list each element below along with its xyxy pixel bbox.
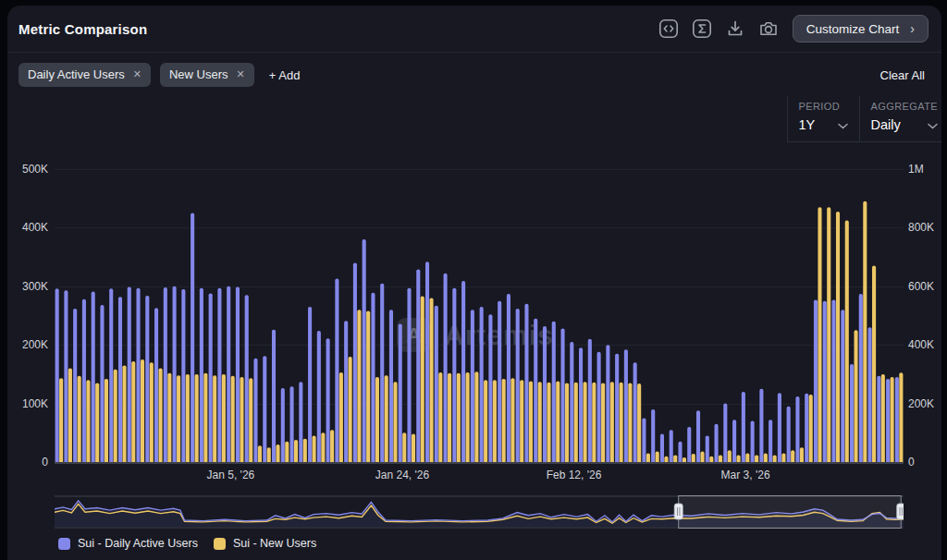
bar-daily-active-users (606, 345, 609, 462)
bar-new-users (68, 369, 72, 462)
bar-daily-active-users (769, 420, 772, 462)
bar-new-users (510, 378, 514, 462)
bar-daily-active-users (191, 213, 194, 462)
bar-new-users (891, 377, 894, 462)
navigator-handle-right[interactable] (897, 504, 904, 519)
bar-new-users (186, 374, 190, 462)
bar-new-users (177, 375, 180, 462)
bars-plot[interactable] (55, 169, 904, 463)
bar-daily-active-users (407, 288, 411, 462)
bar-new-users (529, 382, 533, 462)
bar-daily-active-users (560, 328, 564, 462)
bar-new-users (700, 452, 704, 462)
period-label: PERIOD (799, 101, 848, 112)
bar-new-users (203, 373, 207, 462)
bar-new-users (601, 383, 605, 462)
add-metric-button[interactable]: + Add (269, 68, 301, 82)
bar-daily-active-users (723, 404, 727, 462)
bar-new-users (773, 455, 777, 462)
screenshot-button[interactable] (757, 18, 780, 40)
bar-new-users (385, 375, 388, 462)
bar-daily-active-users (480, 307, 484, 462)
bar-new-users (556, 382, 560, 462)
bar-daily-active-users (136, 288, 140, 462)
bar-daily-active-users (787, 407, 791, 462)
bar-daily-active-users (399, 323, 402, 462)
bar-new-users (213, 375, 216, 462)
bar-new-users (258, 445, 262, 462)
bar-daily-active-users (154, 308, 158, 462)
download-button[interactable] (724, 18, 746, 40)
remove-chip-icon[interactable]: ✕ (237, 68, 245, 80)
bar-new-users (114, 370, 117, 462)
bar-daily-active-users (615, 354, 619, 462)
bar-new-users (791, 450, 794, 462)
bar-new-users (854, 330, 857, 462)
bar-new-users (745, 453, 749, 462)
customize-chart-button[interactable]: Customize Chart › (793, 15, 929, 43)
bar-new-users (800, 447, 804, 462)
bar-daily-active-users (660, 434, 664, 462)
bar-daily-active-users (742, 392, 745, 462)
bar-daily-active-users (759, 389, 763, 462)
range-navigator[interactable] (55, 495, 904, 530)
bar-daily-active-users (272, 330, 276, 462)
bar-daily-active-users (579, 347, 583, 462)
bar-new-users (105, 379, 108, 462)
bar-new-users (520, 380, 523, 462)
bar-new-users (294, 440, 298, 462)
page-title: Metric Comparison (18, 21, 658, 37)
bar-daily-active-users (245, 295, 249, 462)
bar-daily-active-users (895, 377, 899, 462)
embed-code-button[interactable] (658, 18, 680, 40)
bar-new-users (872, 266, 876, 462)
bar-daily-active-users (498, 301, 501, 462)
period-dropdown[interactable]: 1Y (799, 117, 848, 132)
aggregate-dropdown[interactable]: Daily (871, 117, 938, 132)
bar-daily-active-users (471, 310, 474, 462)
bar-new-users (95, 383, 99, 462)
legend-label: Sui - New Users (233, 537, 316, 550)
bar-new-users (78, 376, 81, 462)
legend-item-1[interactable]: Sui - New Users (214, 537, 316, 550)
bar-daily-active-users (217, 288, 221, 462)
bar-new-users (809, 395, 813, 462)
bar-new-users (502, 379, 506, 462)
chart-legend: Sui - Daily Active UsersSui - New Users (58, 537, 316, 550)
bar-daily-active-users (488, 314, 492, 462)
sigma-aggregate-button[interactable] (691, 18, 713, 40)
bar-new-users (664, 457, 668, 462)
bar-daily-active-users (461, 281, 465, 462)
bar-new-users (150, 362, 154, 462)
bar-new-users (285, 442, 289, 462)
download-icon (725, 18, 745, 39)
bar-new-users (412, 434, 415, 462)
bar-daily-active-users (389, 310, 393, 462)
aggregate-value: Daily (871, 117, 901, 132)
metric-chip-1[interactable]: New Users✕ (160, 63, 254, 87)
bar-new-users (466, 372, 470, 462)
bar-new-users (683, 457, 686, 462)
bar-new-users (755, 455, 758, 462)
bar-new-users (321, 432, 325, 462)
legend-swatch (214, 538, 226, 550)
bar-daily-active-users (164, 287, 167, 462)
bar-daily-active-users (696, 410, 700, 462)
navigator-selection-window[interactable] (679, 496, 902, 529)
metric-chip-0[interactable]: Daily Active Users✕ (18, 63, 151, 87)
legend-item-0[interactable]: Sui - Daily Active Users (58, 537, 198, 550)
bar-daily-active-users (326, 338, 330, 462)
bar-daily-active-users (227, 286, 230, 462)
bar-new-users (610, 382, 614, 462)
bar-new-users (637, 383, 641, 462)
bar-daily-active-users (570, 342, 573, 462)
bar-daily-active-users (236, 286, 240, 462)
bar-new-users (330, 430, 334, 462)
bar-daily-active-users (516, 309, 520, 462)
bar-daily-active-users (371, 293, 375, 462)
remove-chip-icon[interactable]: ✕ (133, 68, 141, 80)
metric-chip-label: Daily Active Users (28, 67, 125, 81)
clear-all-button[interactable]: Clear All (880, 68, 925, 82)
navigator-handle-left[interactable] (674, 504, 683, 519)
bar-new-users (159, 369, 163, 462)
